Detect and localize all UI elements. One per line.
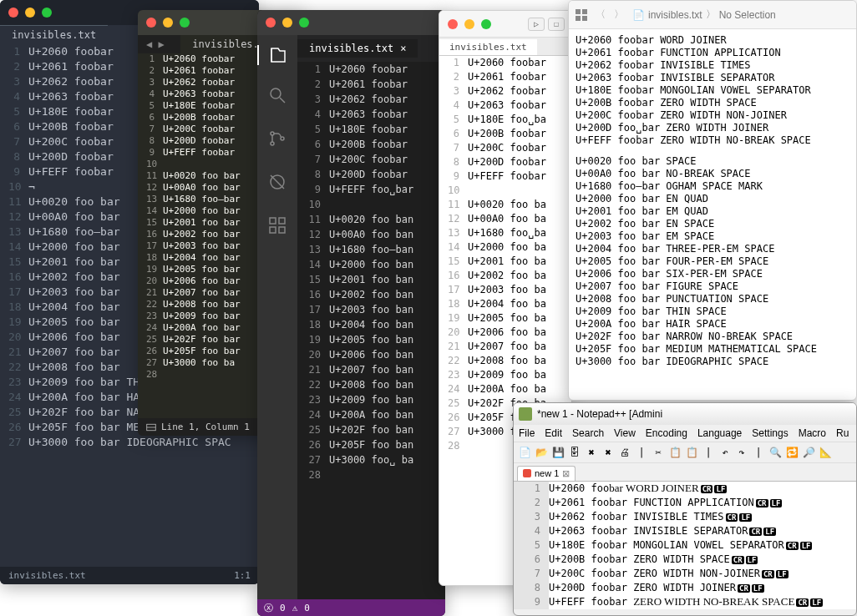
code-line[interactable]: 14U+2000 foo ba xyxy=(439,240,571,255)
maximize-icon[interactable] xyxy=(180,18,190,28)
tab-close-icon[interactable]: ⊠ xyxy=(562,468,570,479)
code-line[interactable]: U+200B foobar ZERO WIDTH SPACE xyxy=(576,97,849,109)
stop-icon[interactable]: ☐ xyxy=(548,18,565,31)
jump-bar[interactable]: 〈 〉 📄 invisibles.txt 〉 No Selection xyxy=(569,1,856,29)
code-line[interactable]: 28 xyxy=(297,467,445,482)
close-icon[interactable] xyxy=(266,18,276,28)
code-line[interactable]: 22U+2008 foo ban xyxy=(297,377,445,392)
code-area[interactable]: 1U+2060 foobar WORD JOINERCRLF2U+2061 fo… xyxy=(514,482,856,609)
minimize-icon[interactable] xyxy=(163,18,173,28)
code-line[interactable]: U+1680 foo—bar OGHAM SPACE MARK xyxy=(576,180,849,193)
nav-fwd-icon[interactable]: 〉 xyxy=(614,8,624,22)
titlebar[interactable] xyxy=(257,10,445,35)
code-line[interactable]: 17U+2003 foo ba xyxy=(439,283,571,297)
code-line[interactable]: 4U+2063 foobar xyxy=(439,98,571,113)
code-line[interactable]: 15U+2001 foo ban xyxy=(297,272,445,287)
code-line[interactable]: 8U+200D foobar ZERO WIDTH JOINERCRLF xyxy=(514,581,856,595)
code-line[interactable]: 17U+2003 foo ban xyxy=(297,302,445,317)
code-line[interactable]: 11U+0020 foo ba xyxy=(439,198,571,212)
code-line[interactable]: 26U+205F foo ban xyxy=(297,437,445,452)
code-area[interactable]: 1U+2060 foobar2U+2061 foobar3U+2062 foob… xyxy=(297,62,445,482)
code-line[interactable]: U+200C foobar ZERO WIDTH NON-JOINER xyxy=(576,109,849,122)
code-line[interactable]: 9U+FEFF foobar ZERO WIDTH NO-BREAK SPACE… xyxy=(514,595,856,609)
minimize-icon[interactable] xyxy=(464,19,474,29)
tab-close-icon[interactable]: × xyxy=(400,43,406,54)
closeall-icon[interactable]: ✖ xyxy=(601,445,616,460)
code-line[interactable]: 9U+FEFF foobar xyxy=(439,169,571,184)
code-line[interactable]: 19U+2005 foo ba xyxy=(439,311,571,326)
undo-icon[interactable]: ↶ xyxy=(718,445,733,460)
code-line[interactable]: 5U+180E foo␣ba xyxy=(439,113,571,127)
code-line[interactable]: U+2004 foo bar THREE-PER-EM SPACE xyxy=(576,243,849,255)
code-line[interactable]: U+2002 foo bar EN SPACE xyxy=(576,218,849,230)
zoom-in-icon[interactable]: 🔎 xyxy=(801,445,816,460)
menu-item[interactable]: View xyxy=(614,427,636,439)
warn-icon[interactable]: ⚠ xyxy=(292,603,298,613)
code-line[interactable]: 27U+3000 foo␣ ba xyxy=(297,452,445,467)
code-line[interactable]: U+200A foo bar HAIR SPACE xyxy=(576,318,849,331)
code-line[interactable]: 3U+2062 foobar xyxy=(297,92,445,107)
code-line[interactable]: U+205F foo bar MEDIUM MATHEMATICAL SPACE xyxy=(576,343,849,356)
code-line[interactable]: 14U+2000 foo ban xyxy=(297,257,445,272)
code-line[interactable]: U+2007 foo bar FIGURE SPACE xyxy=(576,280,849,293)
code-line[interactable]: 1U+2060 foobar xyxy=(297,62,445,77)
error-icon[interactable]: ⓧ xyxy=(264,602,273,614)
code-line[interactable]: 20U+2006 foo ban xyxy=(297,347,445,362)
code-line[interactable]: 24U+200A foo ba xyxy=(439,382,571,396)
code-line[interactable]: U+2008 foo bar PUNCTUATION SPACE xyxy=(576,293,849,305)
code-line[interactable]: 10 xyxy=(297,197,445,212)
code-line[interactable]: 25U+202F foo ban xyxy=(297,422,445,437)
replace-icon[interactable]: 🔁 xyxy=(784,445,799,460)
new-icon[interactable]: 📄 xyxy=(517,445,532,460)
tab-invisibles[interactable]: invisibles.txt xyxy=(0,25,108,44)
open-icon[interactable]: 📂 xyxy=(534,445,549,460)
code-line[interactable]: U+2006 foo bar SIX-PER-EM SPACE xyxy=(576,268,849,280)
code-line[interactable]: 22U+2008 foo ba xyxy=(439,354,571,368)
history-arrows[interactable]: ◀ ▶ xyxy=(146,38,165,50)
code-line[interactable]: 24U+200A foo ban xyxy=(297,407,445,422)
cut-icon[interactable]: ✂ xyxy=(651,445,666,460)
code-line[interactable]: U+2000 foo bar EN QUAD xyxy=(576,193,849,205)
close-icon[interactable] xyxy=(8,8,18,18)
related-items-icon[interactable] xyxy=(576,9,587,21)
redo-icon[interactable]: ↷ xyxy=(734,445,749,460)
code-line[interactable]: U+180E foobar MONGOLIAN VOWEL SEPARATOR xyxy=(576,84,849,97)
code-line[interactable]: U+202F foo bar NARROW NO-BREAK SPACE xyxy=(576,331,849,343)
code-line[interactable]: 19U+2005 foo ban xyxy=(297,332,445,347)
nav-back-icon[interactable]: 〈 xyxy=(596,8,606,22)
explorer-icon[interactable] xyxy=(257,45,297,65)
code-line[interactable]: U+200D foo␣bar ZERO WIDTH JOINER xyxy=(576,122,849,134)
code-area[interactable]: U+2060 foobar WORD JOINERU+2061 foobar F… xyxy=(569,29,856,373)
titlebar[interactable]: ▷ ☐ xyxy=(439,11,571,38)
maximize-icon[interactable] xyxy=(481,19,491,29)
code-line[interactable]: 1U+2060 foobar WORD JOINERCRLF xyxy=(514,482,856,496)
tab-invisibles[interactable]: invisibles.txt × xyxy=(297,39,418,58)
menu-item[interactable]: Language xyxy=(697,427,742,439)
code-line[interactable]: 5U+180E foobar xyxy=(297,122,445,137)
menu-item[interactable]: Edit xyxy=(545,427,562,439)
code-line[interactable]: 20U+2006 foo ba xyxy=(439,326,571,340)
maximize-icon[interactable] xyxy=(299,18,309,28)
menu-item[interactable]: Search xyxy=(572,427,604,439)
code-line[interactable]: 7U+200C foobar ZERO WIDTH NON-JOINERCRLF xyxy=(514,567,856,581)
zoom-out-icon[interactable]: 📐 xyxy=(818,445,833,460)
code-line[interactable]: 4U+2063 foobar xyxy=(297,107,445,122)
code-line[interactable]: U+2062 foobar INVISIBLE TIMES xyxy=(576,59,849,72)
code-line[interactable]: 15U+2001 foo ba xyxy=(439,255,571,269)
code-line[interactable]: 21U+2007 foo ba xyxy=(439,340,571,354)
code-line[interactable]: 12U+00A0 foo ban xyxy=(297,227,445,242)
code-line[interactable]: 18U+2004 foo ban xyxy=(297,317,445,332)
code-line[interactable]: 6U+200B foobar xyxy=(439,127,571,141)
status-bar[interactable]: ⓧ0 ⚠0 xyxy=(257,599,445,616)
code-line[interactable]: 11U+0020 foo ban xyxy=(297,212,445,227)
search-icon[interactable] xyxy=(267,85,287,109)
code-line[interactable]: 2U+2061 foobar xyxy=(297,77,445,92)
code-line[interactable]: 6U+200B foobar ZERO WIDTH SPACECRLF xyxy=(514,553,856,567)
debug-icon[interactable] xyxy=(267,172,287,195)
code-line[interactable]: 2U+2061 foobar xyxy=(439,70,571,84)
code-line[interactable]: 3U+2062 foobar xyxy=(439,84,571,98)
code-line[interactable]: 8U+200D foobar xyxy=(297,167,445,182)
code-line[interactable]: 13U+1680 foo␣ba xyxy=(439,226,571,240)
code-line[interactable]: 21U+2007 foo ban xyxy=(297,362,445,377)
close-icon[interactable]: ✖ xyxy=(584,445,599,460)
